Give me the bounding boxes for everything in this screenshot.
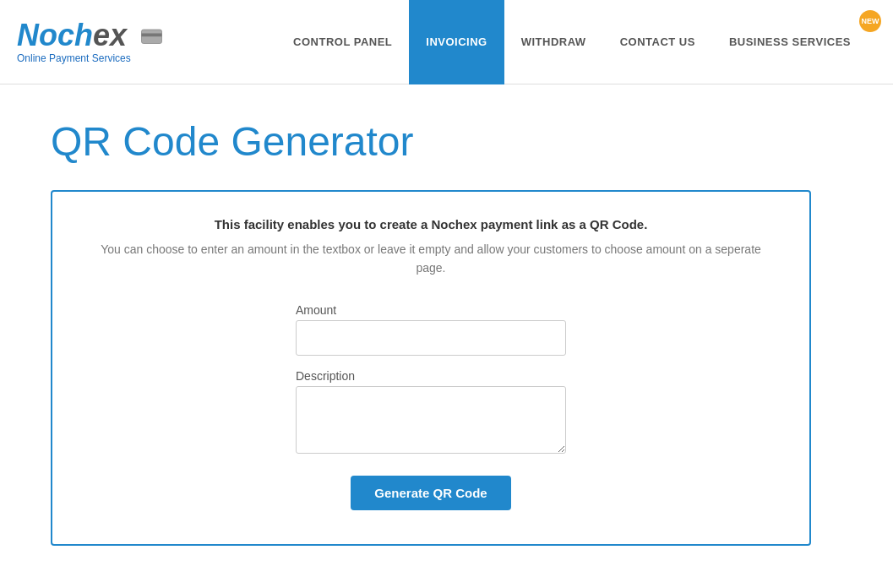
nav-item-business-services[interactable]: BUSINESS SERVICES NEW [712, 0, 876, 84]
logo-area: Nochex Online Payment Services [17, 20, 166, 64]
header: Nochex Online Payment Services CONTROL P… [0, 0, 893, 84]
logo-brand: Nochex [17, 20, 166, 51]
panel-description: This facility enables you to create a No… [86, 217, 776, 278]
panel-normal-line: You can choose to enter an amount in the… [86, 240, 776, 278]
main-nav: CONTROL PANEL INVOICING WITHDRAW CONTACT… [276, 0, 876, 84]
form-fields: Amount Description Generate QR Code [86, 303, 776, 510]
logo-tagline: Online Payment Services [17, 52, 166, 64]
svg-rect-1 [142, 33, 162, 36]
form-panel: This facility enables you to create a No… [51, 190, 811, 546]
description-input[interactable] [296, 386, 566, 454]
nav-item-withdraw[interactable]: WITHDRAW [504, 0, 603, 84]
nav-item-contact-us[interactable]: CONTACT US [603, 0, 712, 84]
new-badge: NEW [859, 10, 881, 32]
description-label: Description [296, 369, 566, 383]
page-content: QR Code Generator This facility enables … [0, 84, 893, 580]
page-title: QR Code Generator [51, 118, 842, 165]
generate-qr-button[interactable]: Generate QR Code [351, 476, 510, 510]
amount-label: Amount [296, 303, 566, 317]
logo-card-icon [140, 24, 166, 50]
description-field-group: Description [296, 369, 566, 454]
nav-item-invoicing[interactable]: INVOICING [409, 0, 504, 84]
amount-field-group: Amount [296, 303, 566, 356]
panel-bold-line: This facility enables you to create a No… [86, 217, 776, 231]
amount-input[interactable] [296, 320, 566, 356]
nav-item-control-panel[interactable]: CONTROL PANEL [276, 0, 409, 84]
